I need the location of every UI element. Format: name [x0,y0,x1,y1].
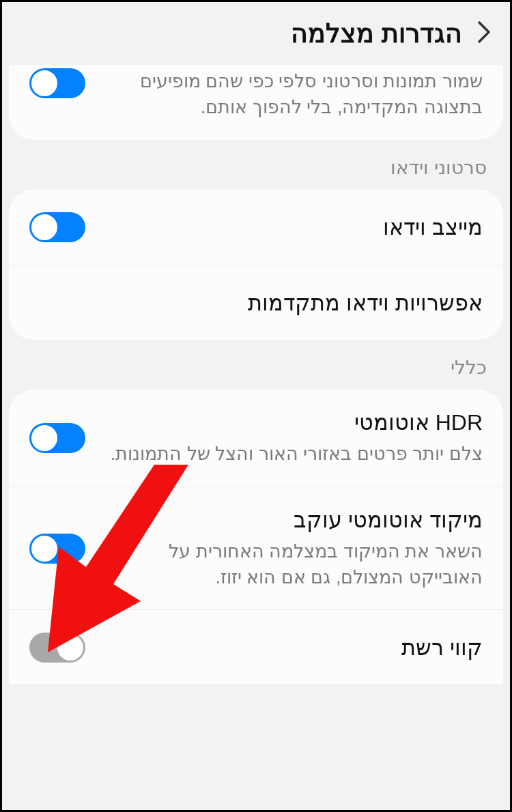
selfies-card: שמור תמונות וסרטוני סלפי כפי שהם מופיעים… [9,65,503,140]
setting-description: שמור תמונות וסרטוני סלפי כפי שהם מופיעים… [102,69,483,121]
section-label-general: כללי [2,340,510,390]
videos-card: מייצב וידאו אפשרויות וידאו מתקדמות [9,190,503,340]
toggle-knob [56,633,85,662]
header: הגדרות מצלמה [2,2,510,68]
setting-auto-hdr[interactable]: HDR אוטומטי צלם יותר פרטים באזורי האור ו… [9,390,503,487]
toggle-knob [30,213,59,242]
toggle-knob [30,69,59,98]
setting-title: מייצב וידאו [102,214,483,241]
setting-description: צלם יותר פרטים באזורי האור והצל של התמונ… [102,441,483,467]
setting-description: השאר את המיקוד במצלמה האחורית על האובייק… [102,539,483,591]
setting-video-stabilizer[interactable]: מייצב וידאו [9,190,503,265]
toggle-video-stabilizer[interactable] [29,212,85,242]
toggle-auto-hdr[interactable] [29,423,85,453]
setting-advanced-video-options[interactable]: אפשרויות וידאו מתקדמות [9,265,503,340]
chevron-right-icon [477,20,491,44]
setting-tracking-autofocus[interactable]: מיקוד אוטומטי עוקב השאר את המיקוד במצלמה… [9,487,503,610]
page-title: הגדרות מצלמה [291,18,462,48]
setting-title: קווי רשת [102,634,483,661]
toggle-knob [30,424,59,452]
setting-title: HDR אוטומטי [102,409,483,436]
setting-gridlines[interactable]: קווי רשת [9,609,503,684]
toggle-gridlines[interactable] [29,633,85,663]
general-card: HDR אוטומטי צלם יותר פרטים באזורי האור ו… [9,390,503,684]
toggle-knob [30,534,59,563]
setting-title: מיקוד אוטומטי עוקב [102,506,483,534]
toggle-tracking-autofocus[interactable] [29,534,85,564]
setting-title: אפשרויות וידאו מתקדמות [46,289,483,317]
section-label-videos: סרטוני וידאו [2,140,510,190]
setting-save-selfie-as-preview[interactable]: שמור תמונות וסרטוני סלפי כפי שהם מופיעים… [9,65,503,140]
toggle-save-selfie-as-preview[interactable] [29,68,85,98]
back-button[interactable] [462,20,491,46]
